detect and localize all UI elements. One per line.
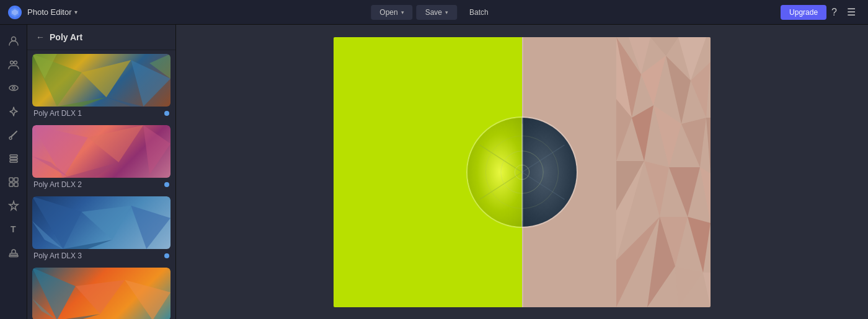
svg-marker-22 — [57, 97, 107, 107]
svg-marker-52 — [681, 118, 706, 167]
sidebar-icon-brush[interactable] — [4, 125, 24, 145]
app-logo — [7, 5, 22, 20]
svg-marker-33 — [82, 206, 131, 240]
preset-label-row-2: Poly Art DLX 2 — [32, 178, 170, 193]
svg-rect-11 — [10, 160, 17, 162]
presets-panel: ← Poly Art Poly Art — [27, 25, 176, 319]
app-chevron-icon[interactable]: ▾ — [74, 9, 78, 15]
svg-rect-13 — [14, 178, 18, 181]
menu-button[interactable]: ☰ — [842, 4, 861, 20]
svg-marker-28 — [88, 125, 144, 162]
svg-text:T: T — [11, 224, 16, 234]
preset-label-row-3: Poly Art DLX 3 — [32, 249, 170, 264]
svg-marker-55 — [669, 167, 700, 217]
split-divider — [522, 37, 523, 307]
split-image — [334, 37, 711, 307]
help-button[interactable]: ? — [826, 4, 842, 20]
preset-thumb-1 — [32, 54, 170, 107]
svg-marker-47 — [641, 56, 666, 105]
batch-button[interactable]: Batch — [461, 5, 497, 20]
poly-art-svg — [616, 37, 711, 307]
preset-label-2: Poly Art DLX 2 — [33, 180, 82, 189]
svg-marker-40 — [125, 280, 170, 319]
open-button[interactable]: Open ▾ — [371, 5, 412, 20]
svg-marker-66 — [703, 273, 711, 307]
svg-point-5 — [14, 61, 17, 64]
svg-marker-27 — [32, 125, 88, 178]
svg-marker-34 — [63, 240, 113, 249]
panel-header: ← Poly Art — [27, 25, 175, 50]
svg-marker-70 — [706, 37, 711, 62]
svg-point-4 — [10, 61, 13, 64]
preset-label-3: Poly Art DLX 3 — [33, 251, 82, 260]
svg-rect-14 — [9, 183, 13, 186]
sidebar-icon-layers[interactable] — [4, 149, 24, 168]
svg-marker-39 — [57, 314, 100, 319]
save-button[interactable]: Save ▾ — [417, 5, 457, 20]
svg-marker-30 — [143, 125, 170, 175]
preset-dot-3 — [164, 253, 169, 258]
svg-marker-35 — [131, 206, 170, 249]
preset-item-1[interactable]: Poly Art DLX 1 — [32, 54, 170, 121]
sidebar-icon-star[interactable] — [4, 196, 24, 216]
preset-thumb-4 — [32, 268, 170, 319]
svg-marker-53 — [706, 118, 711, 173]
sidebar-icon-text[interactable]: T — [4, 219, 24, 239]
preset-label-1: Poly Art DLX 1 — [33, 109, 82, 118]
preset-dot-1 — [164, 111, 169, 116]
topbar: Photo Editor ▾ Open ▾ Save ▾ Batch Upgra… — [0, 0, 868, 25]
svg-marker-61 — [688, 217, 711, 273]
canvas-area — [176, 25, 868, 319]
icon-sidebar: T — [0, 25, 27, 319]
svg-rect-15 — [14, 183, 18, 186]
presets-list: Poly Art DLX 1 Poly Art DLX 2 — [27, 50, 175, 319]
sidebar-icon-effects[interactable] — [4, 102, 24, 121]
svg-marker-16 — [9, 201, 18, 210]
svg-marker-56 — [700, 167, 711, 223]
main-content: T ← Poly Art — [0, 25, 868, 319]
back-button[interactable]: ← — [36, 32, 45, 42]
sidebar-icon-person[interactable] — [4, 31, 24, 51]
preset-thumb-3 — [32, 196, 170, 249]
sidebar-icon-grid[interactable] — [4, 172, 24, 192]
sidebar-icon-eye[interactable] — [4, 78, 24, 98]
preset-item-3[interactable]: Poly Art DLX 3 — [32, 196, 170, 264]
svg-marker-51 — [653, 105, 681, 167]
preset-dot-2 — [164, 182, 169, 187]
sidebar-icon-stamp[interactable] — [4, 243, 24, 263]
svg-marker-68 — [650, 37, 678, 56]
svg-marker-38 — [76, 280, 125, 314]
svg-rect-9 — [10, 155, 17, 157]
svg-marker-32 — [32, 196, 82, 249]
sidebar-icon-people[interactable] — [4, 55, 24, 74]
svg-marker-65 — [675, 266, 703, 307]
svg-rect-19 — [9, 255, 18, 257]
preset-item-2[interactable]: Poly Art DLX 2 — [32, 125, 170, 193]
upgrade-button[interactable]: Upgrade — [781, 5, 826, 20]
save-chevron-icon: ▾ — [445, 9, 448, 15]
svg-rect-12 — [9, 178, 13, 181]
preset-thumb-2 — [32, 125, 170, 178]
svg-marker-37 — [32, 268, 76, 319]
app-title: Photo Editor — [27, 7, 72, 17]
svg-marker-29 — [63, 162, 119, 178]
svg-marker-21 — [82, 60, 131, 97]
svg-point-6 — [9, 85, 18, 90]
svg-point-7 — [12, 87, 15, 89]
topbar-center-actions: Open ▾ Save ▾ Batch — [371, 5, 497, 20]
svg-marker-54 — [644, 161, 669, 217]
svg-marker-50 — [632, 105, 653, 161]
svg-marker-24 — [106, 97, 143, 107]
preset-label-row-1: Poly Art DLX 1 — [32, 107, 170, 121]
open-chevron-icon: ▾ — [401, 9, 404, 15]
panel-title: Poly Art — [50, 32, 82, 42]
svg-rect-10 — [10, 158, 17, 160]
preset-item-4[interactable]: Poly Art DLX 4 — [32, 268, 170, 319]
